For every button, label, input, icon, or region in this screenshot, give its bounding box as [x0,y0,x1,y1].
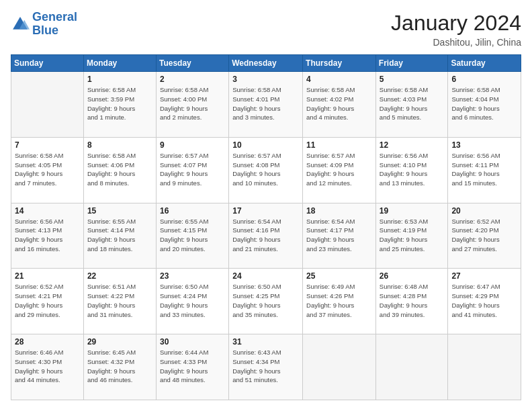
calendar-day-header: Monday [83,55,156,72]
calendar-week-row: 28Sunrise: 6:46 AMSunset: 4:30 PMDayligh… [11,334,521,400]
day-number: 18 [306,206,372,216]
calendar-cell: 15Sunrise: 6:55 AMSunset: 4:14 PMDayligh… [83,203,156,269]
day-number: 29 [87,337,152,347]
day-number: 24 [232,271,299,281]
month-year: January 2024 [391,11,521,36]
day-info: Sunrise: 6:52 AMSunset: 4:21 PMDaylight:… [15,282,80,319]
calendar-cell: 11Sunrise: 6:57 AMSunset: 4:09 PMDayligh… [303,137,376,203]
day-number: 30 [160,337,225,347]
day-info: Sunrise: 6:51 AMSunset: 4:22 PMDaylight:… [87,282,152,319]
logo-line1: General [32,10,77,24]
day-number: 2 [160,75,225,84]
calendar-day-header: Wednesday [229,55,303,72]
calendar-cell: 9Sunrise: 6:57 AMSunset: 4:07 PMDaylight… [156,137,228,203]
day-number: 16 [160,206,225,216]
day-info: Sunrise: 6:58 AMSunset: 4:02 PMDaylight:… [306,85,372,122]
calendar-cell: 14Sunrise: 6:56 AMSunset: 4:13 PMDayligh… [11,203,84,269]
day-number: 15 [87,206,152,216]
calendar-week-row: 14Sunrise: 6:56 AMSunset: 4:13 PMDayligh… [11,203,521,269]
day-info: Sunrise: 6:55 AMSunset: 4:15 PMDaylight:… [160,217,225,254]
location: Dashitou, Jilin, China [391,37,521,48]
calendar-cell: 3Sunrise: 6:58 AMSunset: 4:01 PMDaylight… [229,72,303,138]
day-info: Sunrise: 6:57 AMSunset: 4:07 PMDaylight:… [160,151,225,188]
day-number: 17 [232,206,299,216]
calendar-cell: 7Sunrise: 6:58 AMSunset: 4:05 PMDaylight… [11,137,84,203]
day-number: 11 [306,140,372,150]
calendar-day-header: Saturday [448,55,521,72]
day-info: Sunrise: 6:56 AMSunset: 4:10 PMDaylight:… [380,151,445,188]
calendar-cell: 6Sunrise: 6:58 AMSunset: 4:04 PMDaylight… [448,72,521,138]
day-info: Sunrise: 6:53 AMSunset: 4:19 PMDaylight:… [380,217,445,254]
calendar-cell: 21Sunrise: 6:52 AMSunset: 4:21 PMDayligh… [11,269,84,334]
logo: General Blue [11,11,77,38]
day-info: Sunrise: 6:50 AMSunset: 4:25 PMDaylight:… [232,282,299,319]
calendar-cell: 2Sunrise: 6:58 AMSunset: 4:00 PMDaylight… [156,72,228,138]
logo-icon [11,15,30,34]
day-info: Sunrise: 6:43 AMSunset: 4:34 PMDaylight:… [232,348,299,385]
day-info: Sunrise: 6:47 AMSunset: 4:29 PMDaylight:… [451,282,517,319]
logo-text: General Blue [32,11,77,38]
calendar-cell: 18Sunrise: 6:54 AMSunset: 4:17 PMDayligh… [303,203,376,269]
day-number: 4 [306,75,372,84]
calendar-cell [11,72,84,138]
calendar-week-row: 21Sunrise: 6:52 AMSunset: 4:21 PMDayligh… [11,269,521,334]
calendar-header-row: SundayMondayTuesdayWednesdayThursdayFrid… [11,55,521,72]
calendar-cell [303,334,376,400]
calendar-cell: 13Sunrise: 6:56 AMSunset: 4:11 PMDayligh… [448,137,521,203]
day-info: Sunrise: 6:49 AMSunset: 4:26 PMDaylight:… [306,282,372,319]
calendar-cell: 1Sunrise: 6:58 AMSunset: 3:59 PMDaylight… [83,72,156,138]
day-number: 25 [306,271,372,281]
title-block: January 2024 Dashitou, Jilin, China [391,11,521,48]
day-info: Sunrise: 6:57 AMSunset: 4:09 PMDaylight:… [306,151,372,188]
day-info: Sunrise: 6:58 AMSunset: 3:59 PMDaylight:… [87,85,152,122]
day-info: Sunrise: 6:54 AMSunset: 4:16 PMDaylight:… [232,217,299,254]
calendar-week-row: 7Sunrise: 6:58 AMSunset: 4:05 PMDaylight… [11,137,521,203]
day-info: Sunrise: 6:56 AMSunset: 4:13 PMDaylight:… [15,217,80,254]
day-info: Sunrise: 6:46 AMSunset: 4:30 PMDaylight:… [15,348,80,385]
day-info: Sunrise: 6:55 AMSunset: 4:14 PMDaylight:… [87,217,152,254]
logo-line2: Blue [32,24,77,38]
day-number: 6 [451,75,517,84]
header: General Blue January 2024 Dashitou, Jili… [11,11,521,48]
day-number: 13 [451,140,517,150]
day-info: Sunrise: 6:58 AMSunset: 4:03 PMDaylight:… [380,85,445,122]
day-number: 14 [15,206,80,216]
day-number: 28 [15,337,80,347]
day-number: 9 [160,140,225,150]
calendar-cell: 22Sunrise: 6:51 AMSunset: 4:22 PMDayligh… [83,269,156,334]
calendar-cell: 8Sunrise: 6:58 AMSunset: 4:06 PMDaylight… [83,137,156,203]
calendar-cell: 12Sunrise: 6:56 AMSunset: 4:10 PMDayligh… [375,137,448,203]
day-info: Sunrise: 6:58 AMSunset: 4:06 PMDaylight:… [87,151,152,188]
day-info: Sunrise: 6:44 AMSunset: 4:33 PMDaylight:… [160,348,225,385]
calendar-cell [375,334,448,400]
day-info: Sunrise: 6:56 AMSunset: 4:11 PMDaylight:… [451,151,517,188]
day-info: Sunrise: 6:45 AMSunset: 4:32 PMDaylight:… [87,348,152,385]
day-number: 10 [232,140,299,150]
day-info: Sunrise: 6:58 AMSunset: 4:00 PMDaylight:… [160,85,225,122]
calendar-cell: 20Sunrise: 6:52 AMSunset: 4:20 PMDayligh… [448,203,521,269]
day-number: 22 [87,271,152,281]
calendar-cell: 5Sunrise: 6:58 AMSunset: 4:03 PMDaylight… [375,72,448,138]
day-number: 26 [380,271,445,281]
calendar-day-header: Sunday [11,55,84,72]
calendar-cell: 30Sunrise: 6:44 AMSunset: 4:33 PMDayligh… [156,334,228,400]
day-number: 3 [232,75,299,84]
calendar-week-row: 1Sunrise: 6:58 AMSunset: 3:59 PMDaylight… [11,72,521,138]
day-number: 21 [15,271,80,281]
day-number: 27 [451,271,517,281]
day-number: 7 [15,140,80,150]
calendar-cell: 28Sunrise: 6:46 AMSunset: 4:30 PMDayligh… [11,334,84,400]
day-number: 12 [380,140,445,150]
calendar-cell: 17Sunrise: 6:54 AMSunset: 4:16 PMDayligh… [229,203,303,269]
calendar: SundayMondayTuesdayWednesdayThursdayFrid… [11,54,521,400]
calendar-cell: 25Sunrise: 6:49 AMSunset: 4:26 PMDayligh… [303,269,376,334]
calendar-day-header: Tuesday [156,55,228,72]
day-info: Sunrise: 6:57 AMSunset: 4:08 PMDaylight:… [232,151,299,188]
calendar-cell: 10Sunrise: 6:57 AMSunset: 4:08 PMDayligh… [229,137,303,203]
calendar-cell: 26Sunrise: 6:48 AMSunset: 4:28 PMDayligh… [375,269,448,334]
day-number: 19 [380,206,445,216]
day-info: Sunrise: 6:50 AMSunset: 4:24 PMDaylight:… [160,282,225,319]
day-info: Sunrise: 6:58 AMSunset: 4:04 PMDaylight:… [451,85,517,122]
day-number: 23 [160,271,225,281]
day-info: Sunrise: 6:52 AMSunset: 4:20 PMDaylight:… [451,217,517,254]
